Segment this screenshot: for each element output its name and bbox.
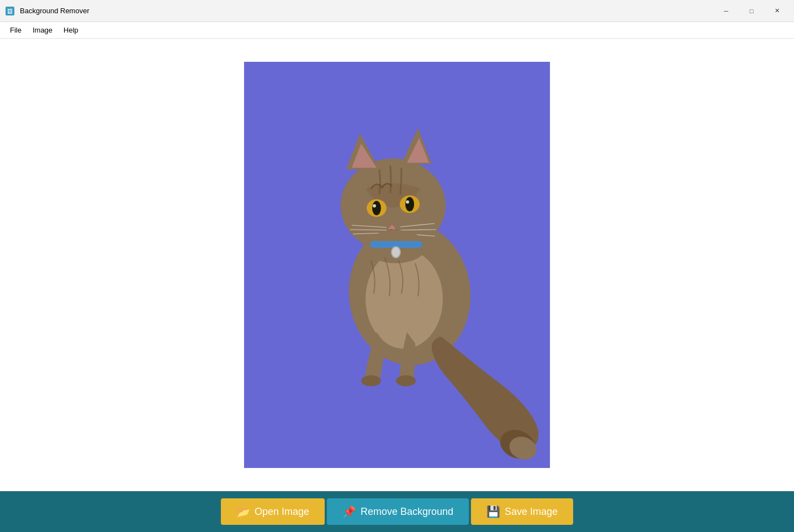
svg-point-11: [372, 201, 381, 215]
save-image-button[interactable]: 💾 Save Image: [471, 498, 573, 525]
open-label: Open Image: [255, 506, 309, 518]
menu-bar: File Image Help: [0, 22, 794, 39]
image-container: [244, 62, 550, 468]
svg-point-14: [405, 197, 414, 211]
svg-text:🖼: 🖼: [7, 8, 13, 14]
save-icon: 💾: [486, 505, 500, 518]
title-bar: 🖼 Background Remover ─ □ ✕: [0, 0, 794, 22]
svg-point-26: [392, 247, 400, 257]
close-button[interactable]: ✕: [764, 2, 790, 20]
menu-file[interactable]: File: [4, 24, 27, 36]
svg-point-12: [373, 204, 376, 208]
minimize-button[interactable]: ─: [713, 2, 739, 20]
app-icon: 🖼: [4, 6, 15, 17]
svg-point-27: [361, 375, 381, 386]
remove-icon: 📌: [342, 505, 356, 518]
title-bar-left: 🖼 Background Remover: [4, 6, 89, 17]
open-icon: 📂: [236, 505, 250, 518]
svg-point-15: [406, 200, 409, 204]
cat-image: [244, 62, 550, 468]
window-controls: ─ □ ✕: [713, 2, 790, 20]
image-display: [244, 62, 550, 468]
save-label: Save Image: [505, 506, 558, 518]
app-title: Background Remover: [20, 7, 89, 15]
main-area: [0, 39, 794, 491]
toolbar: 📂 Open Image 📌 Remove Background 💾 Save …: [0, 491, 794, 532]
menu-help[interactable]: Help: [58, 24, 84, 36]
open-image-button[interactable]: 📂 Open Image: [221, 498, 325, 525]
maximize-button[interactable]: □: [739, 2, 764, 20]
svg-point-28: [396, 375, 416, 386]
remove-label: Remove Background: [361, 506, 453, 518]
menu-image[interactable]: Image: [27, 24, 58, 36]
remove-background-button[interactable]: 📌 Remove Background: [327, 498, 469, 525]
